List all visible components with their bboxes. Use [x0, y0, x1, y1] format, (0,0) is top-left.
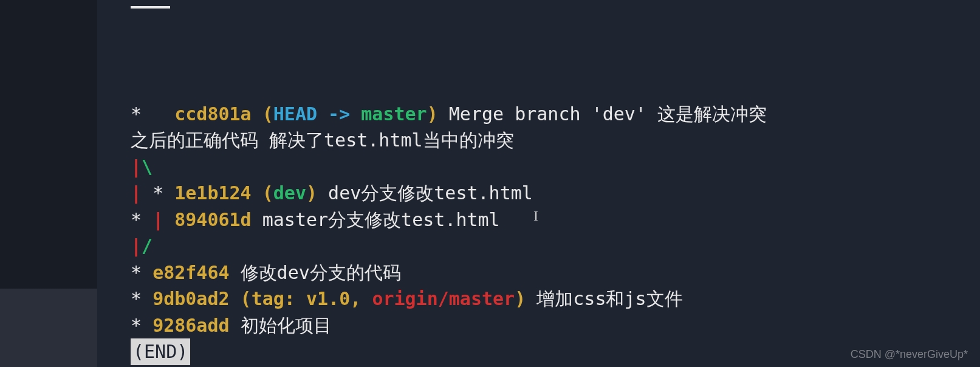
- commit-hash: ccd801a: [174, 103, 251, 125]
- branch-name: dev: [273, 182, 306, 204]
- commit-hash: 894061d: [174, 209, 251, 230]
- commit-message: 增加css和js文件: [526, 288, 682, 309]
- commit-message-wrap: 之后的正确代码 解决了test.html当中的冲突: [131, 129, 514, 151]
- remote-ref: origin/master: [372, 288, 515, 309]
- graph-pipe: |: [131, 235, 142, 256]
- graph-backslash: \: [142, 156, 152, 177]
- text-cursor-icon: I: [533, 205, 538, 227]
- commit-hash: 1e1b124: [174, 182, 251, 204]
- commit-message: Merge branch 'dev' 这是解决冲突: [438, 103, 767, 125]
- graph-pipe: |: [152, 209, 174, 230]
- graph-star: *: [131, 315, 152, 336]
- commit-message: dev分支修改test.html: [317, 182, 533, 204]
- graph-star: *: [131, 262, 152, 283]
- commit-message: 初始化项目: [230, 315, 332, 336]
- refs-open: (: [252, 182, 273, 204]
- graph-pipe: |: [131, 156, 142, 177]
- graph-slash: /: [142, 235, 152, 256]
- graph-pipe: |: [131, 182, 152, 204]
- graph-star: *: [152, 182, 174, 204]
- refs-open: (: [252, 103, 273, 125]
- graph-star: *: [131, 288, 152, 309]
- branch-name: master: [361, 103, 427, 125]
- pager-end-marker: (END): [131, 338, 190, 365]
- commit-hash: e82f464: [152, 262, 229, 283]
- refs-comma: ,: [350, 288, 372, 309]
- refs-open: (: [230, 288, 252, 309]
- head-ref: HEAD ->: [273, 103, 362, 125]
- refs-close: ): [427, 103, 438, 125]
- graph-star: *: [131, 209, 152, 230]
- commit-message: master分支修改test.html: [252, 209, 500, 230]
- left-gutter-highlight: [0, 289, 97, 367]
- terminal-output[interactable]: * ccd801a (HEAD -> master) Merge branch …: [131, 0, 968, 367]
- commit-hash: 9286add: [152, 315, 229, 336]
- tag-ref: tag: v1.0: [252, 288, 351, 309]
- commit-hash: 9db0ad2: [152, 288, 229, 309]
- graph-star: *: [131, 103, 174, 125]
- git-log-graph: * ccd801a (HEAD -> master) Merge branch …: [131, 101, 968, 365]
- refs-close: ): [306, 182, 317, 204]
- commit-message: 修改dev分支的代码: [230, 262, 401, 283]
- refs-close: ): [515, 288, 526, 309]
- watermark: CSDN @*neverGiveUp*: [851, 346, 968, 362]
